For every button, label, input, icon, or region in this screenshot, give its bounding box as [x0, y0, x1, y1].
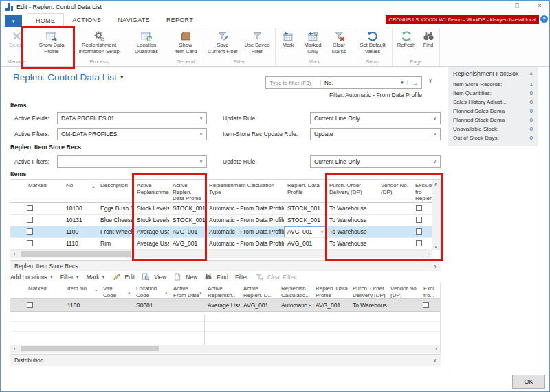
checkbox[interactable]: [416, 228, 422, 235]
refresh-button[interactable]: Refresh: [394, 28, 419, 58]
exclude-cell[interactable]: [412, 226, 432, 237]
toolbar-add-locations[interactable]: Add Locations▼: [10, 274, 54, 281]
minimize-button[interactable]: —: [490, 2, 498, 9]
replen-calc-type-cell[interactable]: Automatic - From Data Profile: [206, 238, 284, 249]
purch-order-delivery-cell[interactable]: To Warehouse: [349, 299, 387, 311]
tab-home[interactable]: HOME: [27, 13, 64, 28]
checkbox[interactable]: [416, 240, 422, 246]
active-replen-data-profile-cell[interactable]: STOCK_001: [169, 215, 206, 226]
checkbox[interactable]: [416, 205, 422, 211]
column-header[interactable]: Marked: [10, 180, 63, 202]
vendor-no-cell[interactable]: [377, 238, 412, 249]
purch-order-delivery-cell[interactable]: To Warehouse: [326, 238, 377, 249]
factbox-item-value[interactable]: 0: [530, 108, 533, 114]
column-header[interactable]: Replen. Data Profile: [312, 283, 349, 298]
no-cell[interactable]: 1100: [63, 226, 97, 237]
column-header[interactable]: Marked: [10, 283, 64, 298]
checkbox[interactable]: [27, 205, 33, 211]
location-quantities-button[interactable]: Location Quantities: [126, 28, 166, 58]
purch-order-delivery-cell[interactable]: To Warehouse: [326, 203, 377, 214]
column-header[interactable]: Replen. Data Profile: [284, 180, 326, 202]
replen-data-profile-cell[interactable]: STOCK_001: [284, 215, 326, 226]
recs-update-rule-combo[interactable]: Current Line Only∨: [310, 155, 441, 168]
marked-cell[interactable]: [10, 226, 63, 237]
replenish-calc-cell[interactable]: Automatic - ...: [278, 299, 312, 311]
marked-cell[interactable]: [10, 215, 63, 226]
scroll-thumb[interactable]: [21, 346, 159, 351]
active-replen-data-profile-cell[interactable]: AVG_001: [169, 238, 206, 249]
scroll-right-icon[interactable]: ›: [432, 347, 441, 351]
purch-order-delivery-cell[interactable]: To Warehouse: [326, 226, 377, 237]
replen-data-profile-cell[interactable]: AVG_001∨: [284, 226, 326, 237]
toolbar-mark[interactable]: Mark▼: [87, 274, 106, 281]
item-store-rec-update-rule-combo[interactable]: Update∨: [310, 128, 441, 140]
active-from-date-cell[interactable]: [170, 299, 204, 311]
factbox-item-value[interactable]: 0: [530, 126, 533, 132]
items-horizontal-scrollbar[interactable]: ‹›: [10, 250, 432, 258]
table-row[interactable]: 10130Eggs Bush SpecialStock LevelsSTOCK_…: [10, 203, 440, 215]
scroll-left-icon[interactable]: ‹: [10, 252, 19, 257]
active-replen-data-profile-cell[interactable]: STOCK_001: [169, 203, 206, 214]
vendor-no-cell[interactable]: [377, 203, 412, 214]
replen-calc-type-cell[interactable]: Automatic - From Data Profile: [206, 215, 284, 226]
no-cell[interactable]: 10130: [63, 203, 97, 214]
distribution-band[interactable]: Distribution ∨: [10, 354, 441, 366]
scroll-track[interactable]: [19, 250, 424, 258]
checkbox[interactable]: [416, 217, 422, 223]
column-header[interactable]: Vendor No. (DP): [377, 180, 412, 202]
checkbox[interactable]: [27, 302, 33, 308]
column-header[interactable]: Active Replen. Data Profile: [169, 180, 206, 202]
no-cell[interactable]: 1110: [63, 238, 97, 249]
help-icon[interactable]: ?: [540, 15, 548, 23]
clear-marks-button[interactable]: Clear Marks: [327, 28, 351, 58]
column-header[interactable]: Purch. Order Delivery (DP): [326, 180, 377, 202]
recs-section-band[interactable]: Replen. Item Store Recs ∧: [10, 260, 441, 271]
factbox-item-value[interactable]: 0: [530, 117, 533, 123]
scroll-track[interactable]: [19, 345, 432, 353]
marked-cell[interactable]: [10, 299, 64, 311]
replen-data-profile-cell[interactable]: AVG_001: [312, 299, 349, 311]
close-button[interactable]: ×: [536, 2, 544, 9]
save-current-filter-button[interactable]: Save Current Filter: [205, 28, 241, 58]
recs-active-filters-combo[interactable]: ∨: [57, 155, 207, 168]
factbox-item-value[interactable]: 0: [530, 90, 533, 96]
replen-data-profile-cell[interactable]: STOCK_001: [284, 203, 326, 214]
active-replenishment-cell[interactable]: Average Usage: [133, 238, 169, 249]
show-item-card-button[interactable]: Show Item Card: [170, 28, 201, 58]
find-button[interactable]: Find: [419, 28, 438, 58]
exclude-cell[interactable]: [412, 215, 432, 226]
scroll-thumb[interactable]: [21, 251, 131, 257]
column-header[interactable]: Item No.▲: [64, 283, 100, 298]
column-header[interactable]: Vari Code▲: [100, 283, 133, 298]
column-header[interactable]: Active Replenish...: [204, 283, 240, 298]
marked-only-button[interactable]: Marked Only: [299, 28, 327, 58]
active-replenish-cell[interactable]: Average Usa: [204, 299, 240, 311]
use-saved-filter-button[interactable]: Use Saved Filter: [241, 28, 274, 58]
column-header[interactable]: Active Replen. D...: [240, 283, 278, 298]
application-menu-button[interactable]: ▼: [5, 15, 22, 27]
column-header[interactable]: Location Code▲: [133, 283, 170, 298]
table-row[interactable]: 1110RimAverage UsageAVG_001Automatic - F…: [10, 238, 440, 250]
vendor-no-cell[interactable]: [387, 299, 420, 311]
active-replenishment-cell[interactable]: Average Usage: [133, 226, 169, 237]
toolbar-clear-filter[interactable]: Clear Filter: [255, 273, 296, 281]
page-title[interactable]: Replen. Control Data List▼: [13, 72, 124, 83]
active-replen-data-profile-cell[interactable]: AVG_001: [169, 226, 206, 237]
active-replen-d-cell[interactable]: AVG_001: [240, 299, 278, 311]
scroll-left-icon[interactable]: ‹: [10, 347, 19, 351]
replen-calc-type-cell[interactable]: Automatic - From Data Profile: [206, 203, 284, 214]
marked-cell[interactable]: [10, 238, 63, 249]
column-header[interactable]: Purch. Order Delivery (DP): [349, 283, 387, 298]
exclude-cell[interactable]: [412, 238, 432, 249]
description-cell[interactable]: Blue Cheese: [97, 215, 133, 226]
description-cell[interactable]: Front Wheel: [97, 226, 133, 237]
column-header[interactable]: Replenish... Calculatio...: [278, 283, 312, 298]
factbox-collapse-chevron-icon[interactable]: ∧: [529, 71, 533, 76]
exclude-cell[interactable]: [412, 203, 432, 214]
vendor-no-cell[interactable]: [377, 215, 412, 226]
marked-cell[interactable]: [10, 203, 63, 214]
show-data-profile-button[interactable]: Show Data Profile: [32, 28, 72, 58]
toolbar-edit[interactable]: Edit: [113, 273, 135, 281]
table-row[interactable]: 1100Front WheelAverage UsageAVG_001Autom…: [10, 226, 440, 238]
item-no-cell[interactable]: 1100: [64, 299, 100, 311]
